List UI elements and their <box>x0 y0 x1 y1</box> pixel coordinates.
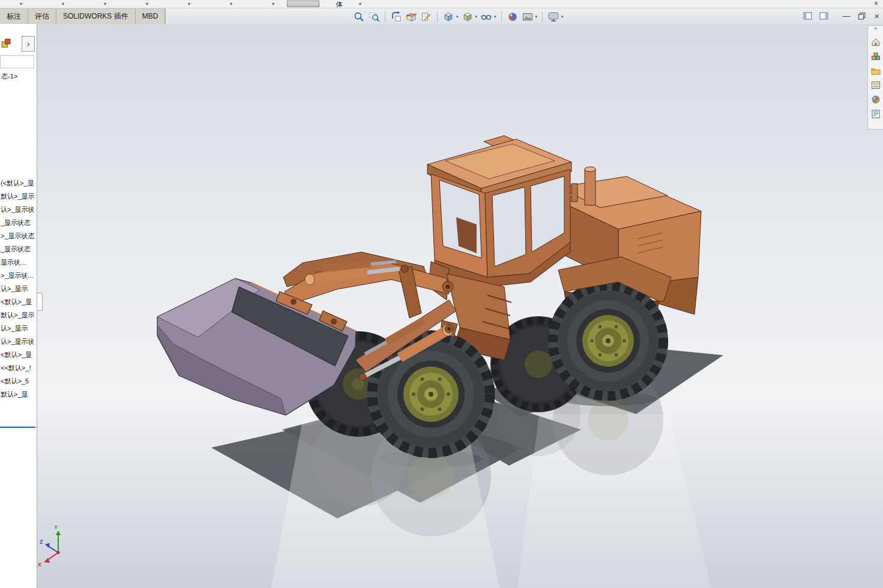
tree-item[interactable]: 默认>_显示 <box>1 190 37 203</box>
tree-display-pane-edge <box>0 55 34 68</box>
view-orientation-caret-icon[interactable]: ▾ <box>456 14 459 19</box>
assembly-icon <box>1 38 11 48</box>
task-pane-collapse-icon[interactable]: ^ <box>874 27 877 33</box>
appearances-scenes-icon[interactable] <box>870 94 881 105</box>
toolbar-pressed-button[interactable] <box>287 1 319 7</box>
file-explorer-icon[interactable] <box>870 65 881 76</box>
dynamic-annotation-views-icon[interactable] <box>420 11 432 23</box>
tab-solidworks-addins[interactable]: SOLIDWORKS 插件 <box>56 8 136 24</box>
menu-flyout-carets: ▾▾▾▾▾▾▾ <box>0 0 294 8</box>
tree-item[interactable]: 默认>_显示 <box>1 308 37 322</box>
tab-mbd[interactable]: MBD <box>136 8 166 24</box>
tree-item[interactable]: 认>_显示状 <box>1 203 37 216</box>
apply-scene-icon[interactable] <box>522 11 534 23</box>
display-style-icon[interactable] <box>462 11 474 23</box>
zoom-to-area-icon[interactable] <box>368 11 380 23</box>
section-view-icon[interactable] <box>405 11 417 23</box>
panel-expand-button[interactable]: › <box>22 36 35 52</box>
feature-manager-panel: › 态-1> (<默认>_显默认>_显示认>_显示状_显示状态>_显示状态_显示… <box>0 24 37 588</box>
tree-item[interactable]: <<默认>_! <box>1 361 37 374</box>
apply-scene-caret-icon[interactable]: ▾ <box>535 14 538 19</box>
graphics-area[interactable] <box>37 24 883 588</box>
menu-caret-icon[interactable]: ▾ <box>126 0 168 8</box>
tree-item[interactable]: <默认>_5 <box>1 374 37 388</box>
display-style-caret-icon[interactable]: ▾ <box>475 14 478 19</box>
view-palette-icon[interactable] <box>870 80 881 91</box>
task-pane-strip: ^ <box>867 25 883 130</box>
tree-item[interactable]: 默认>_显 <box>1 388 37 401</box>
solidworks-resources-icon[interactable] <box>870 37 881 47</box>
toolbar-separator <box>437 11 438 22</box>
tree-item[interactable]: >_显示状... <box>1 269 37 282</box>
hide-show-items-caret-icon[interactable]: ▾ <box>494 14 496 19</box>
tab-annotations[interactable]: 标注 <box>0 8 28 24</box>
propertymanager-flyout-tab[interactable] <box>37 293 43 311</box>
tree-root-node[interactable]: 态-1> <box>1 72 17 81</box>
document-tab-caret-icon[interactable]: ▾ <box>359 0 361 8</box>
tab-evaluate[interactable]: 评估 <box>28 8 56 24</box>
feature-tree-items: (<默认>_显默认>_显示认>_显示状_显示状态>_显示状态_显示状态显示状..… <box>1 176 37 401</box>
previous-view-icon[interactable] <box>390 11 402 23</box>
menu-caret-icon[interactable]: ▾ <box>168 0 210 8</box>
pane-toggle-right-icon[interactable] <box>819 12 829 20</box>
hide-show-items-icon[interactable] <box>480 11 492 23</box>
toolbar-separator <box>542 11 543 22</box>
tree-item[interactable]: 显示状... <box>1 256 37 269</box>
menu-caret-icon[interactable]: ▾ <box>42 0 84 8</box>
pane-toggle-group <box>803 12 829 20</box>
view-orientation-icon[interactable] <box>442 11 454 23</box>
pane-toggle-left-icon[interactable] <box>803 12 813 20</box>
menu-caret-icon[interactable]: ▾ <box>0 0 42 8</box>
toolbar-separator <box>385 11 385 22</box>
menu-bar: ▾▾▾▾▾▾▾ 体 ▾ × <box>0 0 883 8</box>
tree-item[interactable]: (<默认>_显 <box>1 176 37 190</box>
toolbar-separator <box>501 11 502 22</box>
restore-button[interactable] <box>858 12 866 20</box>
menu-caret-icon[interactable]: ▾ <box>84 0 126 8</box>
custom-properties-icon[interactable] <box>870 109 881 119</box>
tree-item[interactable]: <默认>_显 <box>1 348 37 361</box>
zoom-to-fit-icon[interactable] <box>353 11 365 23</box>
menu-caret-icon[interactable]: ▾ <box>210 0 252 8</box>
tree-item[interactable]: 认>_显示 <box>1 282 37 295</box>
heads-up-view-toolbar: ▾ ▾ ▾ <box>353 10 564 23</box>
command-manager-row: 标注 评估 SOLIDWORKS 插件 MBD <box>0 8 883 24</box>
design-library-icon[interactable] <box>870 51 881 62</box>
command-manager-tabs: 标注 评估 SOLIDWORKS 插件 MBD <box>0 8 166 24</box>
view-settings-caret-icon[interactable]: ▾ <box>561 14 564 19</box>
solidworks-window: Y Z X ▾▾▾▾▾▾▾ 体 ▾ × 标注 评估 SOLIDWORKS 插件 … <box>0 0 883 588</box>
tree-item[interactable]: <默认>_显 <box>1 295 37 308</box>
tree-item[interactable]: _显示状态 <box>1 216 37 229</box>
minimize-button[interactable]: — <box>842 10 850 22</box>
view-settings-icon[interactable] <box>547 11 559 23</box>
tree-item[interactable]: 认>_显示状 <box>1 335 37 348</box>
tree-item[interactable]: _显示状态 <box>1 242 37 256</box>
window-controls: — × <box>842 10 879 22</box>
tree-item[interactable]: >_显示状态 <box>1 229 37 242</box>
close-button[interactable]: × <box>874 10 879 22</box>
rollback-bar[interactable] <box>0 427 35 428</box>
edit-appearance-icon[interactable] <box>507 11 519 23</box>
document-close-icon[interactable]: × <box>874 0 878 8</box>
document-title-tab[interactable]: 体 <box>336 0 343 8</box>
tree-item[interactable]: 认>_显示 <box>1 322 37 335</box>
